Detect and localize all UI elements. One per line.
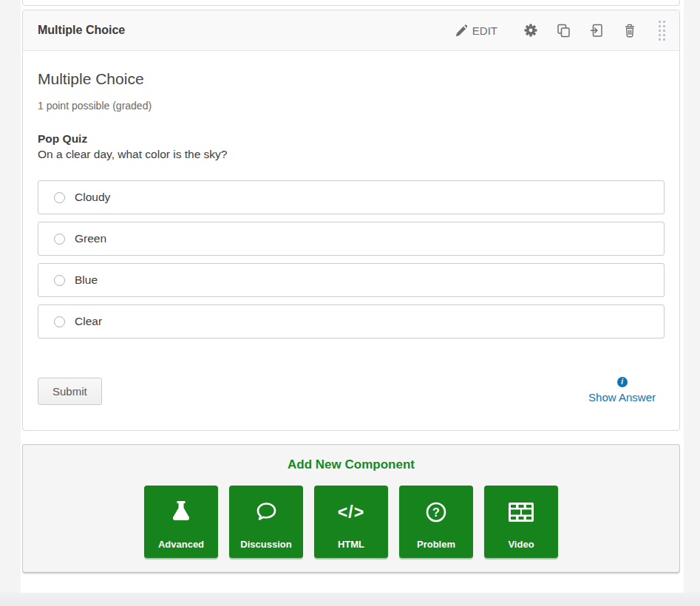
choice-label: Blue [75, 273, 98, 287]
component-actions: EDIT [445, 18, 670, 44]
edit-button-label: EDIT [472, 24, 497, 37]
question-title: Pop Quiz [38, 132, 665, 146]
problem-actions-row: Submit i Show Answer [38, 377, 665, 405]
add-advanced-button[interactable]: Advanced [144, 486, 218, 558]
info-circle-icon: i [617, 377, 628, 387]
delete-button[interactable] [614, 19, 646, 42]
trash-icon [623, 24, 636, 38]
show-answer-label: Show Answer [588, 391, 656, 404]
add-button-label: Advanced [158, 539, 204, 550]
add-new-component-panel: Add New Component Advanced Discussion </… [22, 444, 680, 573]
problem-display-title: Multiple Choice [38, 70, 665, 88]
radio-button[interactable] [54, 234, 65, 245]
add-problem-button[interactable]: ? Problem [399, 486, 473, 558]
add-button-label: Discussion [240, 539, 291, 550]
component-title: Multiple Choice [38, 24, 445, 37]
move-button[interactable] [580, 19, 614, 42]
points-possible-text: 1 point possible (graded) [38, 100, 665, 112]
choice-option[interactable]: Cloudy [38, 180, 665, 214]
speech-bubble-icon [229, 486, 303, 539]
add-button-label: Problem [417, 539, 455, 550]
choice-option[interactable]: Blue [38, 263, 665, 297]
add-video-button[interactable]: Video [484, 486, 558, 558]
component-card-header: Multiple Choice EDIT [23, 10, 679, 51]
drag-handle[interactable] [656, 18, 667, 44]
add-button-label: Video [508, 539, 534, 550]
duplicate-icon [557, 24, 571, 38]
choice-label: Clear [75, 315, 102, 328]
edit-button[interactable]: EDIT [445, 20, 507, 41]
move-icon [590, 24, 604, 38]
duplicate-button[interactable] [547, 19, 580, 42]
add-button-label: HTML [338, 539, 364, 550]
multiple-choice-component-card: Multiple Choice EDIT [22, 10, 680, 431]
question-text: On a clear day, what color is the sky? [38, 148, 665, 161]
choice-label: Cloudy [75, 191, 110, 204]
flask-icon [144, 486, 218, 539]
add-html-button[interactable]: </> HTML [314, 486, 388, 558]
svg-text:?: ? [432, 506, 440, 519]
submit-button[interactable]: Submit [38, 378, 102, 405]
choice-label: Green [75, 232, 106, 245]
question-circle-icon: ? [399, 486, 473, 539]
previous-component-card-edge [22, 0, 680, 6]
add-component-buttons: Advanced Discussion </> HTML ? [23, 486, 679, 558]
add-discussion-button[interactable]: Discussion [229, 486, 303, 558]
code-icon: </> [314, 486, 388, 539]
problem-preview: Multiple Choice 1 point possible (graded… [23, 51, 679, 405]
film-strip-icon [484, 486, 558, 539]
radio-button[interactable] [54, 192, 65, 203]
choice-list: Cloudy Green Blue Clear [38, 180, 665, 338]
show-answer-button[interactable]: i Show Answer [588, 377, 656, 405]
radio-button[interactable] [54, 275, 65, 286]
settings-button[interactable] [514, 19, 547, 41]
page-footer-strip [0, 593, 700, 606]
gear-icon [524, 24, 537, 37]
choice-option[interactable]: Green [38, 222, 665, 256]
choice-option[interactable]: Clear [38, 304, 665, 338]
pencil-icon [455, 24, 467, 37]
radio-button[interactable] [54, 316, 65, 327]
add-component-title: Add New Component [23, 457, 679, 472]
